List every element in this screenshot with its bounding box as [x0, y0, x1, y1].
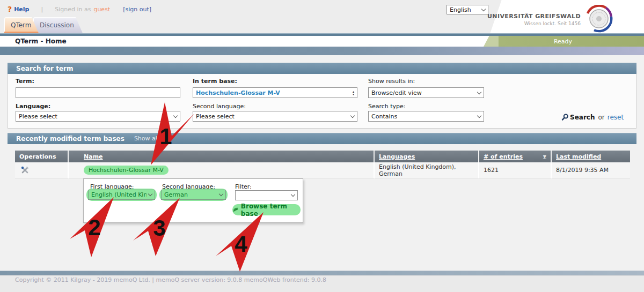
col-entries[interactable]: # of entries ▼	[479, 151, 552, 162]
search-panel: Search for term Term: Language: Please s…	[8, 63, 636, 129]
second-language-select-popup[interactable]: German	[161, 190, 226, 200]
second-language-label: Second language:	[193, 103, 246, 110]
tools-icon[interactable]	[20, 166, 30, 175]
tab-discussion-label: Discussion	[40, 21, 74, 29]
browse-term-base-link[interactable]: Browse term base	[232, 204, 301, 215]
logo-title: UNIVERSITÄT GREIFSWALD	[487, 13, 581, 20]
filter-select[interactable]	[235, 190, 298, 200]
entries-cell: 1621	[479, 162, 552, 178]
tab-discussion[interactable]: Discussion	[33, 17, 83, 33]
search-panel-header: Search for term	[8, 63, 636, 74]
term-base-icon	[232, 206, 239, 213]
separator: |	[41, 6, 43, 13]
gradient-bar	[0, 47, 644, 55]
search-panel-title: Search for term	[8, 65, 74, 72]
languages-cell: English (United Kingdom), German	[375, 162, 479, 178]
termbase-name-link[interactable]: Hochschulen-Glossar M-V	[84, 166, 169, 175]
show-results-value: Browse/edit view	[371, 89, 422, 96]
col-operations: Operations	[15, 151, 69, 162]
col-name[interactable]: Name	[69, 151, 375, 162]
search-type-label: Search type:	[368, 103, 406, 110]
modified-cell: 8/1/2019 9:35 AM	[552, 162, 630, 178]
first-language-value: English (United Kin	[91, 191, 147, 198]
ui-language-value: English	[450, 6, 471, 13]
second-language-value: Please select	[196, 113, 235, 120]
termbases-panel-header: Recently modified term bases Show all (1…	[8, 133, 636, 144]
table-header-row: Operations Name Languages # of entries ▼…	[15, 151, 630, 162]
col-last-modified[interactable]: Last modified	[552, 151, 630, 162]
show-all-link[interactable]: Show all (1)	[134, 135, 169, 142]
browse-popup: First language: Second language: Filter:…	[83, 178, 303, 223]
filter-label: Filter:	[235, 183, 252, 190]
logo-subtitle: Wissen lockt. Seit 1456	[487, 21, 581, 26]
search-actions: Search or reset	[561, 114, 624, 121]
termbase-value: Hochschulen-Glossar M-V	[196, 89, 280, 96]
chevron-down-icon	[477, 113, 481, 117]
second-language-highlight: German	[159, 189, 228, 201]
name-cell: Hochschulen-Glossar M-V	[69, 162, 375, 178]
termbases-table: Operations Name Languages # of entries ▼…	[15, 151, 630, 178]
top-bar: UNIVERSITÄT GREIFSWALD Wissen lockt. Sei…	[0, 0, 644, 33]
footer-text: Copyright © 2011 Kilgray - 2019 memoQ Lt…	[15, 276, 326, 283]
help-link[interactable]: Help	[14, 6, 29, 13]
status-text: Ready	[554, 38, 572, 45]
second-language-select[interactable]: Please select	[193, 111, 357, 122]
table-row: Hochschulen-Glossar M-V English (United …	[15, 162, 630, 178]
language-label: Language:	[16, 103, 50, 110]
status-bar: Ready	[482, 36, 644, 47]
chevron-down-icon	[173, 113, 178, 117]
university-seal-icon	[585, 5, 613, 33]
breadcrumb: QTerm - Home	[15, 38, 67, 45]
language-select[interactable]: Please select	[16, 111, 180, 122]
sign-out-link[interactable]: [sign out]	[123, 6, 151, 13]
term-label: Term:	[16, 78, 34, 85]
language-value: Please select	[19, 113, 57, 120]
help-icon: ?	[8, 5, 12, 13]
chevron-down-icon	[148, 192, 152, 196]
ui-language-select[interactable]: English	[447, 5, 488, 14]
show-results-select[interactable]: Browse/edit view	[368, 87, 484, 98]
termbases-panel-title: Recently modified term bases	[8, 135, 125, 143]
search-type-value: Contains	[371, 113, 397, 120]
first-language-highlight: English (United Kin	[86, 189, 157, 201]
chevron-down-icon	[219, 192, 223, 196]
operations-cell	[15, 162, 69, 178]
updown-arrows-icon: ▴▾	[353, 90, 354, 95]
footer-bar	[0, 271, 644, 275]
search-panel-body: Term: Language: Please select In term ba…	[8, 74, 636, 129]
reset-link[interactable]: reset	[608, 114, 624, 121]
search-button[interactable]: Search	[570, 114, 595, 121]
col-languages[interactable]: Languages	[375, 151, 479, 162]
search-type-select[interactable]: Contains	[368, 111, 484, 122]
chevron-down-icon	[477, 89, 481, 94]
sort-desc-icon[interactable]: ▼	[543, 154, 546, 159]
or-text: or	[598, 114, 604, 121]
search-icon	[561, 114, 569, 121]
page-content: Search for term Term: Language: Please s…	[0, 55, 644, 271]
breadcrumb-row: QTerm - Home Ready	[0, 36, 644, 47]
term-input[interactable]	[16, 87, 180, 98]
signed-in-text: Signed in as	[55, 6, 91, 13]
help-area: ? Help | Signed in as guest [sign out]	[8, 5, 151, 13]
termbase-label: In term base:	[193, 78, 237, 85]
chevron-down-icon	[350, 113, 355, 117]
termbase-select[interactable]: Hochschulen-Glossar M-V ▴▾	[193, 87, 357, 98]
first-language-select[interactable]: English (United Kin	[88, 190, 155, 200]
browse-term-base-label: Browse term base	[241, 203, 301, 218]
chevron-down-icon	[291, 192, 295, 197]
university-logo: UNIVERSITÄT GREIFSWALD Wissen lockt. Sei…	[487, 13, 581, 26]
second-language-value-popup: German	[164, 191, 188, 198]
show-results-label: Show results in:	[368, 78, 415, 85]
tab-qterm-label: QTerm	[11, 21, 32, 29]
username: guest	[93, 6, 110, 13]
chevron-down-icon	[481, 6, 486, 11]
col-entries-label: # of entries	[484, 153, 523, 160]
